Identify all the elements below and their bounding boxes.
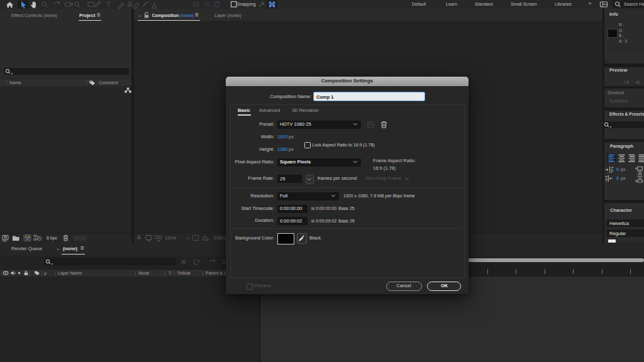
svg-text:#: # [44, 272, 47, 276]
